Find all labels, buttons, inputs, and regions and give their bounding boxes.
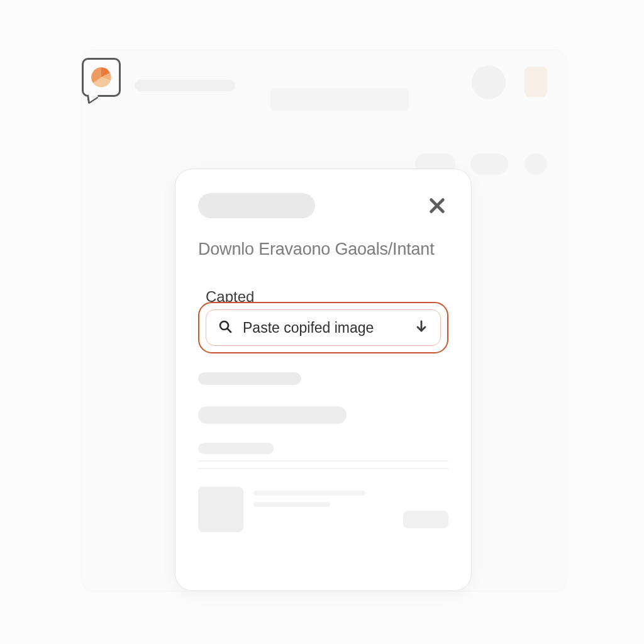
bg-right-icon-skeleton xyxy=(525,67,547,97)
pie-chart-icon xyxy=(89,65,114,90)
modal-heading: Downlo Eravaono Gaoals/Intant xyxy=(198,240,448,259)
skeleton-line xyxy=(198,443,274,454)
skeleton-line xyxy=(198,406,347,424)
bg-pill-skeleton xyxy=(470,153,508,175)
bg-tab-skeleton xyxy=(270,88,409,111)
bg-avatar-skeleton xyxy=(472,65,506,99)
modal-title-skeleton xyxy=(198,193,315,218)
close-icon xyxy=(427,196,447,216)
divider xyxy=(198,460,448,462)
thumbnail-skeleton xyxy=(198,487,243,532)
action-button-skeleton xyxy=(403,511,448,528)
paste-image-field[interactable]: Paste copifed image xyxy=(206,309,441,346)
app-logo xyxy=(82,58,121,97)
divider xyxy=(198,468,448,469)
arrow-down-icon xyxy=(414,319,429,336)
svg-line-1 xyxy=(228,329,231,333)
close-button[interactable] xyxy=(426,194,448,217)
paste-image-placeholder: Paste copifed image xyxy=(243,319,404,336)
list-item-skeleton xyxy=(198,487,448,532)
skeleton-line xyxy=(198,372,301,385)
paste-image-field-highlight: Paste copifed image xyxy=(198,302,448,353)
bg-pill-skeleton xyxy=(525,153,547,175)
bg-title-skeleton xyxy=(135,80,235,91)
search-icon xyxy=(218,319,233,336)
skeleton-line xyxy=(253,491,365,496)
download-modal: Downlo Eravaono Gaoals/Intant Capted Pas… xyxy=(175,169,472,591)
skeleton-line xyxy=(253,502,330,507)
